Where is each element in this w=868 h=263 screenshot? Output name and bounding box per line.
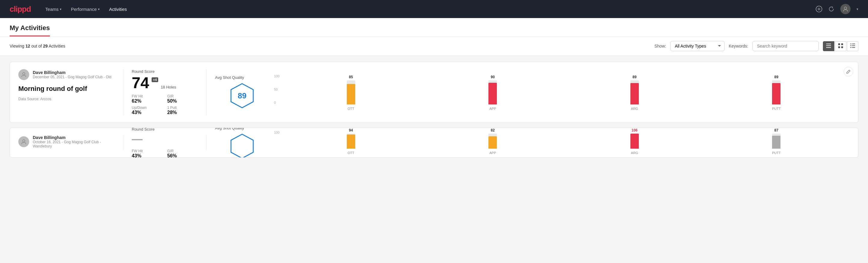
card-left-2: Dave Billingham October 16, 2021 - Gog M… xyxy=(18,135,115,150)
user-name-2: Dave Billingham xyxy=(33,135,115,140)
gir-label-2: GIR xyxy=(167,149,198,153)
svg-rect-15 xyxy=(850,47,851,48)
user-chevron-icon: ▾ xyxy=(857,7,858,11)
svg-rect-14 xyxy=(852,46,855,46)
view-list-compact-button[interactable] xyxy=(823,41,834,51)
bar-arg-2: 106 ARG xyxy=(566,128,703,155)
nav-performance[interactable]: Performance ▾ xyxy=(71,5,99,13)
bar-ott-2: 94 OTT xyxy=(282,128,420,155)
bar-app-2: 82 APP xyxy=(424,128,561,155)
svg-point-3 xyxy=(844,7,847,9)
filters-bar: Viewing 12 out of 29 Activities Show: Al… xyxy=(0,37,868,56)
nav-activities[interactable]: Activities xyxy=(109,5,127,13)
fw-hit-label-2: FW Hit xyxy=(132,149,162,153)
viewing-total: 29 xyxy=(43,43,48,49)
user-avatar-button[interactable] xyxy=(840,4,850,14)
fw-hit-stat: FW Hit 62% xyxy=(132,94,162,104)
score-number: 74 xyxy=(132,75,149,91)
bar-fill-putt xyxy=(772,83,780,105)
card-user-row-2: Dave Billingham October 16, 2021 - Gog M… xyxy=(18,135,115,148)
fw-hit-value-2: 43% xyxy=(132,153,162,158)
card-quality-2: Avg Shot Quality xyxy=(215,135,269,150)
gir-value-2: 56% xyxy=(167,153,198,158)
quality-label: Avg Shot Quality xyxy=(215,75,244,80)
svg-rect-8 xyxy=(841,43,843,45)
view-buttons xyxy=(823,41,858,51)
performance-chevron-icon: ▾ xyxy=(98,7,99,11)
user-name: Dave Billingham xyxy=(33,70,111,75)
svg-rect-7 xyxy=(838,43,840,45)
bar-putt-2: 87 PUTT xyxy=(708,128,845,155)
card-divider-4 xyxy=(206,135,207,150)
gir-stat: GIR 50% xyxy=(167,94,198,104)
bar-chart-2: 100 94 OTT 82 APP 106 xyxy=(274,130,845,155)
add-button[interactable] xyxy=(816,6,822,12)
viewing-count: 12 xyxy=(26,43,30,49)
card-stats-2: Round Score — FW Hit 43% GIR 56% xyxy=(132,135,198,150)
bar-arg: 89 ARG xyxy=(566,75,703,111)
card-divider-2 xyxy=(206,69,207,115)
bar-fill-ott xyxy=(347,84,355,105)
avatar xyxy=(18,69,29,80)
activity-card-2: Dave Billingham October 16, 2021 - Gog M… xyxy=(10,127,858,158)
svg-rect-4 xyxy=(826,43,831,44)
navbar: clippd Teams ▾ Performance ▾ Activities xyxy=(0,0,868,18)
activity-title: Morning round of golf xyxy=(18,85,115,93)
svg-rect-11 xyxy=(850,43,851,44)
card-left: Dave Billingham December 05, 2021 - Gog … xyxy=(18,69,115,115)
y-axis-2: 100 xyxy=(274,130,279,149)
bar-fill-arg xyxy=(630,83,639,105)
updown-stat: Up/Down 43% xyxy=(132,106,162,115)
svg-rect-9 xyxy=(838,46,840,48)
card-quality: Avg Shot Quality 89 xyxy=(215,69,269,115)
user-date-2: October 16, 2021 - Gog Magog Golf Club -… xyxy=(33,140,115,148)
activity-type-dropdown[interactable]: All Activity Types xyxy=(671,41,724,51)
quality-label-2: Avg Shot Quality xyxy=(215,127,244,130)
data-source: Data Source: Arccos xyxy=(18,97,115,101)
nav-teams[interactable]: Teams ▾ xyxy=(45,5,61,13)
score-placeholder: — xyxy=(132,133,143,145)
oneputt-stat: 1 Putt 28% xyxy=(167,106,198,115)
page-header: My Activities xyxy=(0,18,868,37)
page-title: My Activities xyxy=(10,18,50,36)
score-badge: +4 xyxy=(152,77,158,82)
refresh-button[interactable] xyxy=(828,6,834,12)
avatar-2 xyxy=(18,136,29,147)
user-info-2: Dave Billingham October 16, 2021 - Gog M… xyxy=(33,135,115,148)
app-logo[interactable]: clippd xyxy=(10,4,31,14)
card-user-row: Dave Billingham December 05, 2021 - Gog … xyxy=(18,69,115,80)
bar-fill-app xyxy=(489,83,497,105)
activity-card: Dave Billingham December 05, 2021 - Gog … xyxy=(10,62,858,123)
svg-rect-6 xyxy=(826,47,831,48)
svg-point-17 xyxy=(23,72,25,75)
user-info: Dave Billingham December 05, 2021 - Gog … xyxy=(33,70,111,79)
viewing-text: Viewing 12 out of 29 Activities xyxy=(10,43,65,49)
search-input[interactable] xyxy=(752,41,819,51)
svg-marker-20 xyxy=(231,134,253,158)
hexagon-icon-2 xyxy=(228,133,256,158)
keywords-label: Keywords: xyxy=(729,43,748,49)
edit-button[interactable] xyxy=(844,67,853,77)
mini-stats-grid: FW Hit 62% GIR 50% Up/Down 43% 1 Putt 28… xyxy=(132,94,198,115)
bar-chart: 100 50 0 85 OTT 90 xyxy=(274,74,845,111)
round-score-row-2: — xyxy=(132,133,198,145)
shot-quality-score: 89 xyxy=(238,91,247,100)
y-axis: 100 50 0 xyxy=(274,74,279,105)
card-stats: Round Score 74 +4 18 Holes FW Hit 62% GI… xyxy=(132,69,198,115)
svg-rect-12 xyxy=(852,43,855,44)
show-label: Show: xyxy=(654,43,666,49)
navbar-right: ▾ xyxy=(816,4,858,14)
card-chart-2: 100 94 OTT 82 APP 106 xyxy=(269,135,850,150)
svg-point-19 xyxy=(23,140,25,142)
card-chart: 100 50 0 85 OTT 90 xyxy=(269,69,850,115)
mini-stats-grid-2: FW Hit 43% GIR 56% xyxy=(132,149,198,158)
score-holes: 18 Holes xyxy=(161,85,176,89)
filters-right: Show: All Activity Types Keywords: xyxy=(654,41,858,51)
fw-hit-stat-2: FW Hit 43% xyxy=(132,149,162,158)
oneputt-value: 28% xyxy=(167,110,198,115)
svg-rect-16 xyxy=(852,47,855,48)
view-list-detail-button[interactable] xyxy=(847,41,858,51)
view-grid-button[interactable] xyxy=(835,41,846,51)
gir-stat-2: GIR 56% xyxy=(167,149,198,158)
fw-hit-label: FW Hit xyxy=(132,94,162,98)
